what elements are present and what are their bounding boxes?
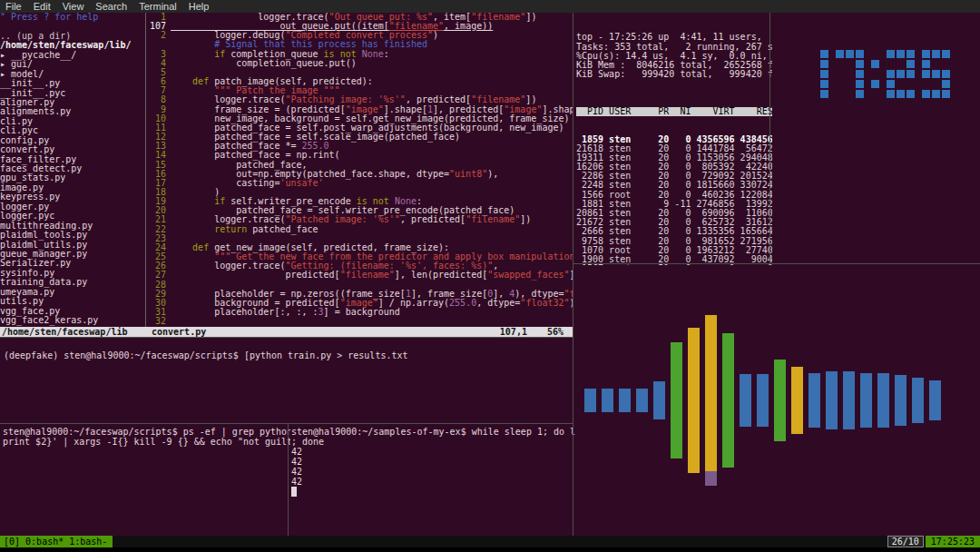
line-number: 32 <box>146 317 166 326</box>
viz-bar-body <box>705 315 717 471</box>
clock-cell <box>942 60 950 68</box>
status-scroll-percent: 56% <box>547 327 564 337</box>
terminal-kill-pane[interactable]: sten@hal9000:~/faceswap/scripts$ ps -ef … <box>0 424 290 538</box>
visualizer-pane[interactable] <box>573 264 980 536</box>
top-process-pane[interactable]: top - 17:25:26 up 4:41, 11 users, loadTa… <box>573 13 772 265</box>
viz-bar-body <box>826 371 838 429</box>
clock-cell <box>810 50 818 58</box>
viz-bar-body <box>877 373 889 428</box>
clock-cell <box>856 50 864 58</box>
viz-bar <box>671 342 682 458</box>
pane-border-horizontal-1[interactable] <box>0 337 573 338</box>
menu-file[interactable]: File <box>5 0 22 13</box>
text-segment: return <box>214 224 247 234</box>
clock-cell <box>856 60 864 68</box>
terminal-line: 42 <box>291 477 575 487</box>
text-segment: completion_queue.put() <box>171 58 357 68</box>
text-segment <box>171 224 214 234</box>
clock-cell <box>871 60 879 68</box>
clock-cell <box>906 70 915 78</box>
clock-cell <box>810 70 818 78</box>
menu-view[interactable]: View <box>63 0 84 13</box>
clock-cell <box>836 80 844 88</box>
tmux-statusbar: [0] 0:bash* 1:bash- 26/10 17:25:23 <box>0 536 980 547</box>
text-segment: , image)) <box>444 21 493 31</box>
clock-cell <box>942 90 950 98</box>
viz-bar-body <box>584 389 596 412</box>
line-number: 14 <box>146 151 166 160</box>
terminal-line: 42 <box>291 467 575 477</box>
viz-bar-tip <box>705 471 717 486</box>
tree-item[interactable]: vgg_face2_keras.py <box>0 316 145 325</box>
clock-cell <box>932 80 940 88</box>
menu-edit[interactable]: Edit <box>34 0 51 13</box>
clock-cell <box>922 60 930 68</box>
viz-bar <box>688 328 700 473</box>
clock-cell <box>871 50 879 58</box>
menu-search[interactable]: Search <box>95 0 127 13</box>
top-summary-line: KiB Swap: 999420 total, 999420 free, <box>576 70 772 79</box>
clock-cell <box>871 70 879 78</box>
code-view[interactable]: 1 logger.trace("Out queue put: %s", item… <box>146 13 573 327</box>
clock-cell <box>887 90 895 98</box>
line-content: placeholder[:, :, :3] = background <box>171 308 400 317</box>
clock-display <box>770 50 980 98</box>
text-segment: ), <box>487 169 498 179</box>
terminal-line <box>291 487 575 497</box>
clock-cell <box>942 70 950 78</box>
editor-pane[interactable]: " Press ? for help .. (up a dir)/home/st… <box>0 13 573 337</box>
viz-bar <box>584 389 596 412</box>
tmux-window-list[interactable]: [0] 0:bash* 1:bash- <box>0 536 113 547</box>
viz-bar-body <box>671 342 682 458</box>
clock-cell <box>887 60 895 68</box>
text-segment: "float32" <box>520 298 569 308</box>
clock-colon <box>871 50 879 98</box>
line-content: predicted["filename"], len(predicted["sw… <box>171 271 573 280</box>
pane-border-horizontal-2[interactable] <box>0 423 573 424</box>
viz-bar <box>808 373 820 428</box>
pane-border-vertical-clock[interactable] <box>769 13 770 263</box>
tree-item[interactable]: convert.py <box>0 145 145 154</box>
text-segment: 42 <box>291 457 302 467</box>
terminal-watch-pane[interactable]: sten@hal9000:~/samples-of-my-ex$ while s… <box>289 424 575 538</box>
top-table-rows: 1859 sten 20 0 4356596 43845621618 sten … <box>576 135 772 265</box>
clock-pane[interactable] <box>770 13 980 263</box>
clock-cell <box>887 70 895 78</box>
clock-cell <box>846 90 854 98</box>
pane-border-vertical-bottom[interactable] <box>288 424 289 536</box>
text-segment: , dtype= <box>476 298 520 308</box>
viz-bar <box>774 360 786 441</box>
top-summary-line <box>576 79 772 88</box>
code-line: 27 predicted["filename"], len(predicted[… <box>146 271 573 280</box>
vim-statusline: /home/sten/faceswap/lib convert.py 107,1… <box>0 327 573 337</box>
tree-item[interactable]: " Press ? for help <box>0 13 145 22</box>
viz-bar <box>740 374 751 427</box>
clock-cell <box>820 70 828 78</box>
menu-help[interactable]: Help <box>189 0 210 13</box>
pane-border-vertical-main[interactable] <box>573 13 573 536</box>
clock-cell <box>836 50 844 58</box>
tree-item[interactable]: __init__.py <box>0 79 145 88</box>
pane-border-horizontal-right[interactable] <box>573 263 980 264</box>
clock-cell <box>906 80 915 88</box>
viz-bar <box>602 389 613 412</box>
clock-cell <box>897 70 905 78</box>
clock-cell <box>856 70 864 78</box>
menu-terminal[interactable]: Terminal <box>139 0 177 13</box>
line-number: 27 <box>146 271 166 280</box>
clock-cell <box>871 80 879 88</box>
tree-item[interactable]: utils.py <box>0 297 145 306</box>
viz-bar <box>653 381 665 419</box>
top-summary: top - 17:25:26 up 4:41, 11 users, loadTa… <box>576 33 772 88</box>
code-statusline: convert.py 107,1 56% <box>148 327 573 337</box>
viz-bar <box>895 375 906 426</box>
terminal-train-pane[interactable]: (deepfake) sten@hal9000:~/faceswap/scrip… <box>0 338 576 436</box>
clock-cell <box>810 80 818 88</box>
viz-bar <box>705 315 717 486</box>
clock-cell <box>922 50 930 58</box>
terminal-line: 42 <box>291 447 575 457</box>
clock-cell <box>820 90 828 98</box>
viz-bar-body <box>808 373 820 428</box>
statusbar-date: 26/10 <box>887 536 924 547</box>
tree-item[interactable]: plaidml_tools.py <box>0 231 145 240</box>
